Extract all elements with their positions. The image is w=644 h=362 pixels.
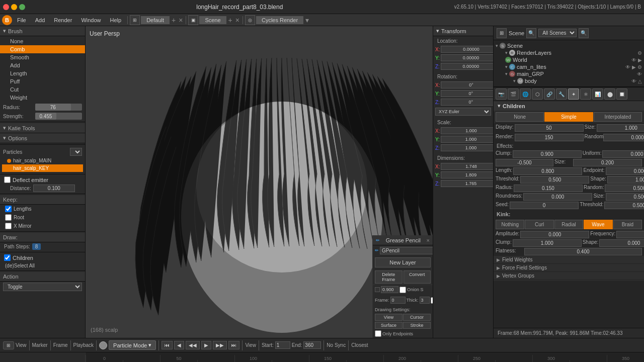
bt-next-frame[interactable]: ▶▶ [213,341,227,349]
kink-tab-radial[interactable]: Radial [554,220,583,229]
bt-play[interactable]: ▶ [201,341,211,349]
timeline-main[interactable]: 0 50 100 150 200 250 300 350 [86,352,644,362]
engine-expand[interactable]: ▾ [304,16,310,24]
workspace-default[interactable]: Default [141,16,170,24]
x-mirror-check[interactable] [5,223,12,229]
gp-name-input[interactable] [380,247,433,254]
random2-input[interactable] [605,185,644,192]
display-input[interactable] [515,124,584,132]
fr-zoom-icon[interactable]: 🔍 [579,28,589,38]
force-field-row[interactable]: ▶ Force Field Settings [494,264,644,272]
render-input[interactable] [515,134,584,141]
tree-world[interactable]: W World 👁 ▶ [494,56,644,63]
deflect-emitter-checkbox[interactable] [4,176,11,183]
bt-start-input[interactable] [275,341,290,349]
tree-body-mesh-icon[interactable]: △ [638,78,642,84]
root-item[interactable]: Root [0,213,85,222]
shape-input[interactable] [607,176,644,184]
child-tab-simple[interactable]: Simple [544,112,593,122]
endpoint-input[interactable] [606,167,644,175]
bt-end-input[interactable] [303,341,321,349]
gp-frame-input[interactable] [390,297,406,304]
bt-mode-selector[interactable]: Particle Mode ▾ [109,340,156,350]
hair-scalp-main-item[interactable]: hair_scalp_MAIN [2,157,83,164]
options-header[interactable]: ▾ Options [0,133,85,143]
close-btn[interactable] [3,4,9,10]
seed-input[interactable] [510,202,579,209]
shape2-input[interactable] [599,239,644,247]
child-tab-none[interactable]: None [496,112,544,122]
select-all-item[interactable]: (de)Select All [0,262,85,269]
gp-convert-btn[interactable]: Convert [404,270,431,284]
fr-search-icon[interactable]: 🔍 [526,28,536,38]
child-tab-interpolated[interactable]: Interpolated [594,112,642,122]
brush-none[interactable]: None [0,37,85,45]
tree-grp-eye[interactable]: 👁 [637,71,642,77]
bt-view-icon[interactable]: ⊞ [3,341,14,349]
length-input[interactable] [513,167,582,175]
bt-jump-end[interactable]: ⏭ [228,341,239,349]
distance-input[interactable] [33,185,75,192]
kink-tab-curl[interactable]: Curl [525,220,553,229]
uniform-input[interactable] [602,150,644,158]
gp-stroke-btn[interactable]: Stroke [403,322,431,329]
prop-obj-btn[interactable]: ⬡ [532,88,543,100]
vertex-groups-row[interactable]: ▶ Vertex Groups [494,272,644,280]
roundness-input[interactable] [523,193,592,201]
screen-icon[interactable]: ▣ [188,15,198,25]
bt-playback-label[interactable]: Playback [73,342,94,348]
close-scene-btn[interactable]: × [234,16,240,24]
tree-maingrp[interactable]: ▾ G main_GRP 👁 [494,70,644,77]
brush-add[interactable]: Add [0,61,85,69]
tree-renderlayers[interactable]: ▾ R RenderLayers ⚙ [494,49,644,56]
bt-no-sync-label[interactable]: No Sync [327,342,346,348]
brush-length[interactable]: Length [0,69,85,77]
gp-onion-check[interactable] [399,287,406,293]
kink-tab-wave[interactable]: Wave [584,220,612,229]
tree-world-eye[interactable]: 👁 [631,57,636,63]
close-workspace-btn[interactable]: × [178,16,184,24]
tree-scene[interactable]: ▾ S Scene [494,42,644,49]
dim-z-input[interactable] [441,180,493,187]
bt-prev-frame[interactable]: ◀ [174,341,184,349]
prop-texture-btn[interactable]: 🔲 [616,88,627,100]
brush-smooth[interactable]: Smooth [0,53,85,61]
gp-color-swatch[interactable] [375,287,380,292]
gp-surface-btn[interactable]: Surface [375,322,403,329]
gp-thick-input[interactable] [420,297,430,304]
size3-input[interactable] [606,193,644,201]
prop-world-btn[interactable]: 🌐 [520,88,531,100]
radius-slider[interactable]: 76 [35,104,82,111]
children-checkbox[interactable] [4,254,11,261]
add-scene-btn[interactable]: + [227,16,233,24]
size-input[interactable] [597,124,644,132]
x-mirror-item[interactable]: X Mirror [0,222,85,230]
viewport[interactable]: User Persp [86,26,433,338]
particles-dropdown[interactable] [70,148,82,156]
lengths-item[interactable]: Lengths [0,205,85,213]
dim-x-input[interactable] [441,163,493,170]
blender-logo[interactable]: B [2,15,12,25]
children-header[interactable]: ▾ Children [494,101,644,111]
clump2-input[interactable] [513,239,582,247]
scale-x-input[interactable] [441,127,493,134]
gp-view-btn[interactable]: View [375,314,403,321]
menu-window[interactable]: Window [77,16,105,24]
bt-marker-label[interactable]: Marker [32,342,48,348]
rot-z-input[interactable] [441,99,493,106]
gp-endpoints-check[interactable] [375,330,381,337]
prop-render-btn[interactable]: 📷 [496,88,507,100]
bt-view-label[interactable]: View [16,342,27,348]
lengths-check[interactable] [5,206,12,212]
gp-close-icon[interactable]: × [427,237,430,243]
bt-frame-label[interactable]: Frame [53,342,68,348]
kink-tab-braid[interactable]: Braid [613,220,642,229]
prop-material-btn[interactable]: ⬤ [604,88,615,100]
add-workspace-btn[interactable]: + [171,16,177,24]
kink-tab-nothing[interactable]: Nothing [496,220,524,229]
bt-jump-start[interactable]: ⏮ [162,341,173,349]
root-check[interactable] [5,214,12,221]
fr-scene-select[interactable]: All Scenes [538,29,577,37]
euler-dropdown[interactable]: XYZ Euler [435,108,491,116]
bt-play-rev[interactable]: ◀◀ [186,341,200,349]
